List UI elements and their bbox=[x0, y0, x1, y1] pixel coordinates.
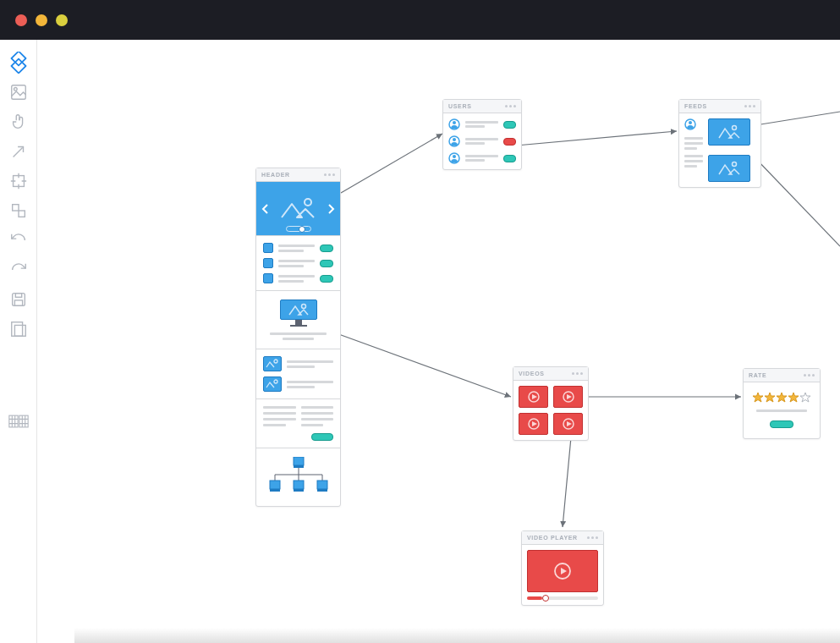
svg-rect-12 bbox=[8, 415, 17, 427]
header-tree-section bbox=[256, 448, 340, 506]
image-placeholder-icon bbox=[718, 161, 740, 176]
chevron-right-icon[interactable] bbox=[325, 203, 337, 215]
artboard-tool-icon[interactable] bbox=[8, 319, 29, 339]
svg-line-22 bbox=[563, 437, 571, 527]
star-filled-icon bbox=[765, 393, 775, 403]
users-card-titlebar: USERS bbox=[443, 100, 521, 113]
video-progress[interactable] bbox=[527, 596, 598, 600]
image-tool-icon[interactable] bbox=[8, 82, 29, 102]
window-zoom-icon[interactable] bbox=[56, 14, 68, 26]
tap-tool-icon[interactable] bbox=[8, 112, 29, 132]
svg-rect-33 bbox=[294, 489, 304, 492]
svg-rect-29 bbox=[294, 465, 304, 468]
video-thumb[interactable] bbox=[519, 413, 548, 435]
image-placeholder-icon bbox=[718, 124, 740, 140]
design-canvas[interactable]: HEADER bbox=[37, 40, 840, 643]
video-player-card-titlebar: VIDEO PLAYER bbox=[522, 531, 603, 545]
user-avatar-icon bbox=[448, 118, 460, 130]
svg-rect-30 bbox=[270, 481, 280, 489]
redo-tool-icon[interactable] bbox=[8, 260, 29, 280]
svg-rect-8 bbox=[15, 294, 21, 298]
header-card[interactable]: HEADER bbox=[255, 168, 341, 507]
elements-tool-icon[interactable] bbox=[8, 201, 29, 221]
svg-rect-5 bbox=[12, 205, 18, 211]
user-avatar-icon bbox=[684, 118, 696, 130]
sitemap-icon bbox=[263, 457, 334, 494]
star-filled-icon bbox=[753, 393, 763, 403]
logo-tool-icon[interactable] bbox=[8, 52, 29, 73]
svg-rect-34 bbox=[317, 481, 327, 489]
svg-point-27 bbox=[274, 380, 277, 383]
image-placeholder-icon bbox=[280, 196, 317, 222]
videos-card-titlebar: VIDEOS bbox=[513, 367, 588, 381]
window-minimize-icon[interactable] bbox=[36, 14, 47, 26]
feeds-card-titlebar: FEEDS bbox=[679, 100, 760, 113]
video-thumb[interactable] bbox=[553, 386, 583, 408]
tool-sidebar bbox=[0, 40, 37, 643]
svg-point-3 bbox=[14, 88, 17, 91]
image-placeholder-icon bbox=[266, 359, 279, 369]
video-player-card[interactable]: VIDEO PLAYER bbox=[521, 530, 604, 606]
feeds-card-title: FEEDS bbox=[684, 103, 707, 109]
svg-rect-28 bbox=[294, 457, 304, 465]
svg-line-15 bbox=[507, 131, 677, 146]
svg-point-25 bbox=[301, 305, 305, 309]
header-card-title: HEADER bbox=[261, 172, 290, 178]
star-empty-icon bbox=[800, 393, 810, 403]
svg-rect-13 bbox=[19, 415, 27, 427]
grid-tool-icon[interactable] bbox=[8, 411, 29, 431]
play-icon bbox=[528, 391, 540, 403]
svg-point-39 bbox=[453, 138, 456, 141]
user-avatar-icon bbox=[448, 135, 460, 147]
rate-card[interactable]: RATE bbox=[743, 368, 821, 439]
play-icon bbox=[554, 563, 571, 580]
svg-rect-31 bbox=[270, 489, 280, 492]
svg-rect-11 bbox=[14, 325, 25, 336]
svg-point-24 bbox=[305, 199, 311, 206]
rate-card-titlebar: RATE bbox=[744, 369, 820, 382]
star-rating[interactable] bbox=[750, 393, 813, 403]
svg-point-43 bbox=[689, 121, 692, 124]
users-card[interactable]: USERS bbox=[442, 99, 522, 170]
video-player-card-title: VIDEO PLAYER bbox=[527, 535, 578, 541]
user-avatar-icon bbox=[448, 152, 460, 164]
header-text-section bbox=[256, 399, 340, 448]
svg-line-14 bbox=[341, 134, 442, 193]
image-placeholder-icon bbox=[266, 379, 279, 389]
video-thumb[interactable] bbox=[553, 413, 583, 435]
svg-line-19 bbox=[755, 158, 840, 246]
header-list-section bbox=[256, 236, 340, 291]
star-filled-icon bbox=[777, 393, 787, 403]
image-placeholder-icon bbox=[288, 303, 309, 316]
feeds-card[interactable]: FEEDS bbox=[678, 99, 761, 188]
video-player-screen[interactable] bbox=[527, 550, 598, 592]
videos-card[interactable]: VIDEOS bbox=[513, 366, 589, 441]
undo-tool-icon[interactable] bbox=[8, 230, 29, 250]
window-close-icon[interactable] bbox=[15, 14, 27, 26]
svg-rect-35 bbox=[317, 489, 327, 492]
header-monitor-section bbox=[256, 291, 340, 349]
arrow-ne-tool-icon[interactable] bbox=[8, 141, 29, 162]
svg-point-37 bbox=[453, 121, 456, 124]
svg-point-44 bbox=[733, 126, 737, 130]
window-titlebar bbox=[0, 0, 840, 40]
svg-rect-32 bbox=[294, 481, 304, 489]
videos-card-title: VIDEOS bbox=[519, 371, 545, 376]
svg-line-20 bbox=[316, 326, 511, 397]
svg-rect-9 bbox=[14, 300, 22, 305]
header-card-titlebar: HEADER bbox=[256, 168, 340, 182]
rate-card-title: RATE bbox=[749, 372, 766, 378]
chevron-left-icon[interactable] bbox=[260, 203, 272, 215]
header-hero bbox=[256, 182, 340, 236]
header-images-section bbox=[256, 349, 340, 399]
star-filled-icon bbox=[788, 393, 799, 403]
svg-point-26 bbox=[274, 360, 277, 363]
play-icon bbox=[563, 391, 574, 403]
svg-rect-10 bbox=[11, 322, 22, 337]
svg-rect-6 bbox=[19, 211, 25, 217]
video-thumb[interactable] bbox=[519, 386, 548, 408]
users-card-title: USERS bbox=[448, 103, 472, 109]
crop-tool-icon[interactable] bbox=[8, 171, 29, 191]
svg-line-17 bbox=[755, 112, 840, 125]
save-tool-icon[interactable] bbox=[8, 289, 29, 310]
